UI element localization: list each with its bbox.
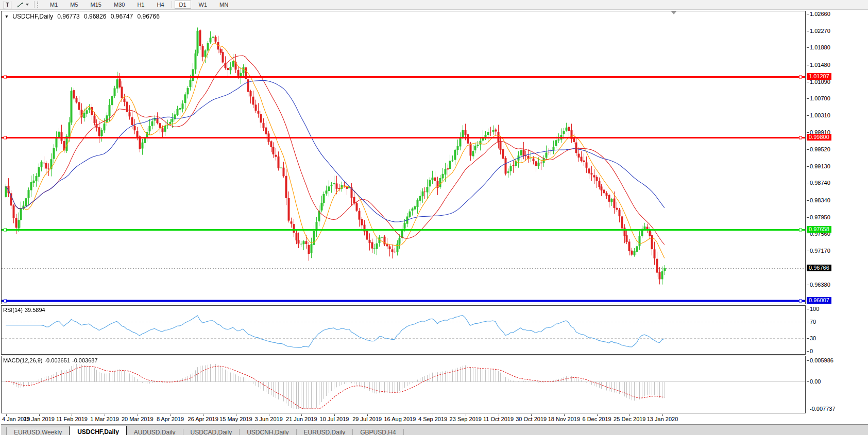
- price-axis-label: 0.97170: [810, 248, 830, 254]
- macd-axis-label: -0.007737: [810, 406, 836, 412]
- price-axis-label: 0.99520: [810, 146, 830, 152]
- time-axis-label: 25 Dec 2019: [614, 416, 645, 422]
- quote-close: 0.96766: [137, 13, 159, 20]
- price-axis-label: 0.99130: [810, 163, 830, 169]
- macd-indicator-name: MACD(12,26,9): [3, 357, 42, 363]
- quote-open: 0.96773: [57, 13, 79, 20]
- price-line-label[interactable]: 0.96007: [807, 297, 831, 304]
- rsi-value: 39.5894: [25, 307, 45, 313]
- tab-usdcnh-daily[interactable]: USDCNH,Daily: [240, 427, 296, 435]
- chart-shift-marker-icon[interactable]: [671, 11, 676, 14]
- price-axis-label: 1.01480: [810, 62, 830, 68]
- timeframe-button-w1[interactable]: W1: [194, 1, 212, 9]
- timeframe-button-m1[interactable]: M1: [45, 1, 62, 9]
- time-axis-label: 16 Aug 2019: [384, 416, 416, 422]
- timeframe-button-h4[interactable]: H4: [152, 1, 168, 9]
- tab-usdchf-daily[interactable]: USDCHF,Daily: [70, 426, 127, 435]
- price-axis-label: 1.02660: [810, 11, 830, 17]
- time-axis-label: 11 Oct 2019: [483, 416, 514, 422]
- timeframe-button-h1[interactable]: H1: [132, 1, 149, 9]
- time-axis-label: 30 Oct 2019: [516, 416, 547, 422]
- time-axis-label: 3 Jun 2019: [254, 416, 282, 422]
- time-axis-label: 10 Jul 2019: [320, 416, 349, 422]
- rsi-indicator-name: RSI(14): [3, 307, 23, 313]
- tab-eurusd-weekly[interactable]: EURUSD,Weekly: [6, 427, 70, 435]
- time-axis-label: 15 May 2019: [219, 416, 252, 422]
- arrows-tool-button[interactable]: [15, 1, 30, 9]
- text-tool-button[interactable]: T: [2, 1, 13, 9]
- time-axis-label: 26 Apr 2019: [188, 416, 218, 422]
- time-axis-label: 21 Jun 2019: [286, 416, 317, 422]
- chart-title: USDCHF,Daily 0.96773 0.96826 0.96747 0.9…: [4, 13, 160, 20]
- price-axis-label: 0.96380: [810, 282, 830, 288]
- time-axis-label: 20 Mar 2019: [122, 416, 154, 422]
- price-line-label[interactable]: 0.99800: [807, 134, 831, 141]
- tab-separator: [403, 429, 404, 435]
- chart-symbol: USDCHF,Daily: [12, 13, 53, 20]
- quote-low: 0.96747: [111, 13, 133, 20]
- rsi-axis-label: 70: [810, 319, 816, 325]
- main-chart-canvas[interactable]: [2, 11, 805, 304]
- macd-signal-value: -0.003687: [72, 357, 98, 363]
- timeframe-button-d1[interactable]: D1: [175, 1, 191, 9]
- time-axis-label: 29 Jul 2019: [352, 416, 382, 422]
- toolbar: T M1 M5 M15 M30 H1 H4 D1 W1 MN: [0, 0, 868, 10]
- rsi-axis-label: 30: [810, 335, 816, 341]
- rsi-label: RSI(14)39.5894: [3, 307, 47, 313]
- tab-audusd-daily[interactable]: AUDUSD,Daily: [127, 427, 183, 435]
- mt4-window: T M1 M5 M15 M30 H1 H4 D1 W1 MN: [0, 0, 868, 435]
- time-axis-label: 23 Sep 2019: [450, 416, 482, 422]
- time-axis-label: 11 Feb 2019: [56, 416, 88, 422]
- time-axis-label: 13 Jan 2020: [647, 416, 678, 422]
- rsi-axis-label: 0: [810, 348, 813, 354]
- price-axis-label: 1.00700: [810, 95, 830, 101]
- time-axis-label: 23 Jan 2019: [23, 416, 55, 422]
- main-chart-pane[interactable]: USDCHF,Daily 0.96773 0.96826 0.96747 0.9…: [1, 11, 806, 304]
- text-tool-icon: T: [4, 1, 11, 9]
- toolbar-separator: [172, 1, 172, 8]
- rsi-canvas[interactable]: [2, 306, 805, 354]
- price-axis-label: 0.97950: [810, 214, 830, 220]
- macd-axis-label: 0.00: [810, 378, 821, 385]
- price-axis-label: 1.02270: [810, 28, 830, 34]
- rsi-pane[interactable]: RSI(14)39.5894: [1, 305, 806, 355]
- tab-eurusd-daily[interactable]: EURUSD,Daily: [297, 427, 353, 435]
- price-line-label[interactable]: 1.01207: [807, 73, 831, 80]
- price-axis-label: 1.01880: [810, 44, 830, 50]
- macd-pane[interactable]: MACD(12,26,9)-0.003651-0.003687: [1, 356, 806, 413]
- time-axis-label: 4 Sep 2019: [418, 416, 447, 422]
- toolbar-grip[interactable]: [37, 2, 40, 8]
- timeframe-button-mn[interactable]: MN: [215, 1, 233, 9]
- macd-main-value: -0.003651: [44, 357, 70, 363]
- collapse-triangle-icon[interactable]: [5, 14, 9, 19]
- macd-axis: 0.0059860.00-0.007737: [806, 356, 868, 413]
- price-axis-label: 1.00310: [810, 112, 830, 118]
- chart-stack: USDCHF,Daily 0.96773 0.96826 0.96747 0.9…: [0, 10, 868, 435]
- price-axis-label: 0.98740: [810, 180, 830, 186]
- time-axis-label: 6 Dec 2019: [582, 416, 611, 422]
- price-line-label[interactable]: 0.97658: [807, 226, 831, 233]
- time-axis-label: 1 Mar 2019: [90, 416, 119, 422]
- price-axis: 1.026601.022701.018801.014801.010901.007…: [806, 11, 868, 304]
- dropdown-caret-icon[interactable]: [26, 4, 29, 6]
- time-axis: 4 Jan 201923 Jan 201911 Feb 20191 Mar 20…: [1, 414, 868, 424]
- macd-canvas[interactable]: [2, 356, 805, 413]
- rsi-axis-label: 100: [810, 306, 819, 312]
- diagonal-arrows-icon: [16, 2, 24, 8]
- tab-gbpusd-h4[interactable]: GBPUSD,H4: [353, 427, 403, 435]
- toolbar-separator: [34, 1, 35, 8]
- time-axis-label: 8 Apr 2019: [157, 416, 184, 422]
- chart-tabs-bar: EURUSD,Weekly USDCHF,Daily AUDUSD,Daily …: [1, 424, 868, 435]
- timeframe-button-m5[interactable]: M5: [65, 1, 82, 9]
- rsi-axis: 10070300: [806, 305, 868, 355]
- time-axis-label: 18 Nov 2019: [548, 416, 580, 422]
- timeframe-button-m30[interactable]: M30: [109, 1, 129, 9]
- timeframe-button-m15[interactable]: M15: [86, 1, 106, 9]
- quote-high: 0.96826: [84, 13, 106, 20]
- macd-label: MACD(12,26,9)-0.003651-0.003687: [3, 357, 100, 363]
- current-price-label: 0.96766: [807, 265, 831, 271]
- macd-axis-label: 0.005986: [810, 357, 833, 363]
- tab-usdcad-daily[interactable]: USDCAD,Daily: [183, 427, 240, 435]
- price-axis-label: 0.98340: [810, 197, 830, 203]
